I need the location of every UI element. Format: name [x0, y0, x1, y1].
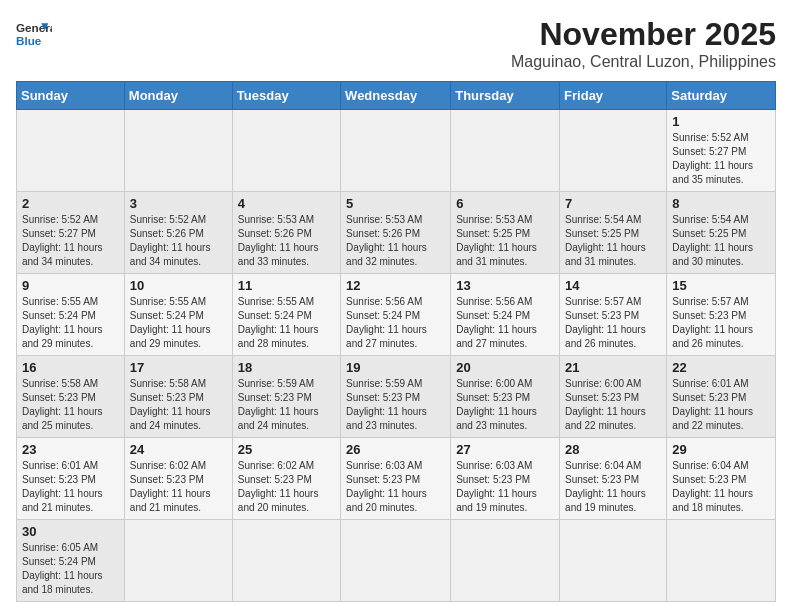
day-number: 8	[672, 196, 770, 211]
day-number: 16	[22, 360, 119, 375]
svg-text:Blue: Blue	[16, 34, 42, 47]
calendar-cell: 7Sunrise: 5:54 AM Sunset: 5:25 PM Daylig…	[560, 192, 667, 274]
calendar-cell	[667, 520, 776, 602]
day-number: 9	[22, 278, 119, 293]
day-info: Sunrise: 5:57 AM Sunset: 5:23 PM Dayligh…	[565, 295, 661, 351]
day-info: Sunrise: 5:52 AM Sunset: 5:26 PM Dayligh…	[130, 213, 227, 269]
calendar-cell: 12Sunrise: 5:56 AM Sunset: 5:24 PM Dayli…	[341, 274, 451, 356]
calendar-cell	[341, 110, 451, 192]
calendar-cell: 24Sunrise: 6:02 AM Sunset: 5:23 PM Dayli…	[124, 438, 232, 520]
day-number: 3	[130, 196, 227, 211]
day-number: 6	[456, 196, 554, 211]
header: General Blue November 2025 Maguinao, Cen…	[16, 16, 776, 71]
day-info: Sunrise: 5:53 AM Sunset: 5:25 PM Dayligh…	[456, 213, 554, 269]
calendar-cell: 19Sunrise: 5:59 AM Sunset: 5:23 PM Dayli…	[341, 356, 451, 438]
day-info: Sunrise: 5:55 AM Sunset: 5:24 PM Dayligh…	[130, 295, 227, 351]
day-number: 29	[672, 442, 770, 457]
calendar-week-row: 30Sunrise: 6:05 AM Sunset: 5:24 PM Dayli…	[17, 520, 776, 602]
calendar-week-row: 16Sunrise: 5:58 AM Sunset: 5:23 PM Dayli…	[17, 356, 776, 438]
calendar-cell: 20Sunrise: 6:00 AM Sunset: 5:23 PM Dayli…	[451, 356, 560, 438]
day-number: 15	[672, 278, 770, 293]
calendar-cell	[341, 520, 451, 602]
day-info: Sunrise: 5:55 AM Sunset: 5:24 PM Dayligh…	[238, 295, 335, 351]
weekday-header-tuesday: Tuesday	[232, 82, 340, 110]
calendar-cell: 6Sunrise: 5:53 AM Sunset: 5:25 PM Daylig…	[451, 192, 560, 274]
calendar-cell: 8Sunrise: 5:54 AM Sunset: 5:25 PM Daylig…	[667, 192, 776, 274]
calendar-cell: 29Sunrise: 6:04 AM Sunset: 5:23 PM Dayli…	[667, 438, 776, 520]
calendar-cell	[124, 520, 232, 602]
calendar-cell: 17Sunrise: 5:58 AM Sunset: 5:23 PM Dayli…	[124, 356, 232, 438]
day-info: Sunrise: 5:58 AM Sunset: 5:23 PM Dayligh…	[22, 377, 119, 433]
month-title: November 2025	[511, 16, 776, 53]
calendar-cell	[124, 110, 232, 192]
day-info: Sunrise: 6:04 AM Sunset: 5:23 PM Dayligh…	[565, 459, 661, 515]
calendar-cell: 11Sunrise: 5:55 AM Sunset: 5:24 PM Dayli…	[232, 274, 340, 356]
day-info: Sunrise: 5:54 AM Sunset: 5:25 PM Dayligh…	[672, 213, 770, 269]
calendar-week-row: 9Sunrise: 5:55 AM Sunset: 5:24 PM Daylig…	[17, 274, 776, 356]
day-info: Sunrise: 5:59 AM Sunset: 5:23 PM Dayligh…	[346, 377, 445, 433]
calendar-cell: 28Sunrise: 6:04 AM Sunset: 5:23 PM Dayli…	[560, 438, 667, 520]
calendar: SundayMondayTuesdayWednesdayThursdayFrid…	[16, 81, 776, 602]
day-number: 21	[565, 360, 661, 375]
day-number: 20	[456, 360, 554, 375]
logo: General Blue	[16, 16, 52, 52]
calendar-cell: 21Sunrise: 6:00 AM Sunset: 5:23 PM Dayli…	[560, 356, 667, 438]
day-number: 30	[22, 524, 119, 539]
calendar-cell: 30Sunrise: 6:05 AM Sunset: 5:24 PM Dayli…	[17, 520, 125, 602]
weekday-header-saturday: Saturday	[667, 82, 776, 110]
calendar-cell	[232, 520, 340, 602]
calendar-cell: 15Sunrise: 5:57 AM Sunset: 5:23 PM Dayli…	[667, 274, 776, 356]
day-number: 13	[456, 278, 554, 293]
day-info: Sunrise: 5:59 AM Sunset: 5:23 PM Dayligh…	[238, 377, 335, 433]
calendar-cell: 1Sunrise: 5:52 AM Sunset: 5:27 PM Daylig…	[667, 110, 776, 192]
day-number: 23	[22, 442, 119, 457]
calendar-cell	[232, 110, 340, 192]
calendar-cell: 4Sunrise: 5:53 AM Sunset: 5:26 PM Daylig…	[232, 192, 340, 274]
day-info: Sunrise: 5:53 AM Sunset: 5:26 PM Dayligh…	[346, 213, 445, 269]
day-info: Sunrise: 6:00 AM Sunset: 5:23 PM Dayligh…	[565, 377, 661, 433]
day-info: Sunrise: 6:04 AM Sunset: 5:23 PM Dayligh…	[672, 459, 770, 515]
day-number: 25	[238, 442, 335, 457]
day-info: Sunrise: 6:01 AM Sunset: 5:23 PM Dayligh…	[672, 377, 770, 433]
day-number: 5	[346, 196, 445, 211]
day-number: 2	[22, 196, 119, 211]
day-number: 24	[130, 442, 227, 457]
day-info: Sunrise: 5:53 AM Sunset: 5:26 PM Dayligh…	[238, 213, 335, 269]
day-info: Sunrise: 5:54 AM Sunset: 5:25 PM Dayligh…	[565, 213, 661, 269]
calendar-cell: 22Sunrise: 6:01 AM Sunset: 5:23 PM Dayli…	[667, 356, 776, 438]
logo-icon: General Blue	[16, 16, 52, 52]
calendar-cell	[451, 520, 560, 602]
calendar-cell	[451, 110, 560, 192]
day-number: 12	[346, 278, 445, 293]
day-info: Sunrise: 5:56 AM Sunset: 5:24 PM Dayligh…	[456, 295, 554, 351]
day-number: 10	[130, 278, 227, 293]
calendar-week-row: 23Sunrise: 6:01 AM Sunset: 5:23 PM Dayli…	[17, 438, 776, 520]
weekday-header-thursday: Thursday	[451, 82, 560, 110]
day-info: Sunrise: 6:03 AM Sunset: 5:23 PM Dayligh…	[346, 459, 445, 515]
day-number: 4	[238, 196, 335, 211]
day-info: Sunrise: 6:02 AM Sunset: 5:23 PM Dayligh…	[130, 459, 227, 515]
calendar-cell: 13Sunrise: 5:56 AM Sunset: 5:24 PM Dayli…	[451, 274, 560, 356]
location-title: Maguinao, Central Luzon, Philippines	[511, 53, 776, 71]
calendar-cell: 16Sunrise: 5:58 AM Sunset: 5:23 PM Dayli…	[17, 356, 125, 438]
calendar-cell: 23Sunrise: 6:01 AM Sunset: 5:23 PM Dayli…	[17, 438, 125, 520]
calendar-cell	[17, 110, 125, 192]
calendar-cell: 9Sunrise: 5:55 AM Sunset: 5:24 PM Daylig…	[17, 274, 125, 356]
day-number: 27	[456, 442, 554, 457]
day-info: Sunrise: 6:05 AM Sunset: 5:24 PM Dayligh…	[22, 541, 119, 597]
day-number: 26	[346, 442, 445, 457]
calendar-cell: 5Sunrise: 5:53 AM Sunset: 5:26 PM Daylig…	[341, 192, 451, 274]
day-info: Sunrise: 5:52 AM Sunset: 5:27 PM Dayligh…	[22, 213, 119, 269]
day-number: 19	[346, 360, 445, 375]
day-number: 7	[565, 196, 661, 211]
weekday-header-sunday: Sunday	[17, 82, 125, 110]
weekday-header-row: SundayMondayTuesdayWednesdayThursdayFrid…	[17, 82, 776, 110]
calendar-cell: 10Sunrise: 5:55 AM Sunset: 5:24 PM Dayli…	[124, 274, 232, 356]
day-number: 28	[565, 442, 661, 457]
calendar-week-row: 2Sunrise: 5:52 AM Sunset: 5:27 PM Daylig…	[17, 192, 776, 274]
calendar-cell	[560, 110, 667, 192]
calendar-cell: 25Sunrise: 6:02 AM Sunset: 5:23 PM Dayli…	[232, 438, 340, 520]
day-info: Sunrise: 6:03 AM Sunset: 5:23 PM Dayligh…	[456, 459, 554, 515]
day-number: 17	[130, 360, 227, 375]
calendar-cell: 18Sunrise: 5:59 AM Sunset: 5:23 PM Dayli…	[232, 356, 340, 438]
